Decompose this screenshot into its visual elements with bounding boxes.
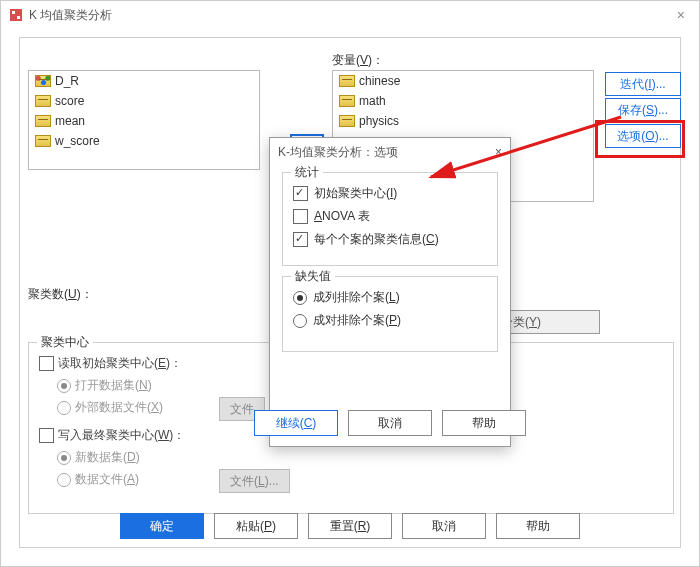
- missing-pairwise-row[interactable]: 成对排除个案(P): [293, 312, 487, 329]
- stat-caseinfo-checkbox[interactable]: [293, 232, 308, 247]
- list-item-label: score: [55, 94, 84, 108]
- app-icon: [9, 8, 23, 22]
- file-button-2: 文件(L)...: [219, 469, 290, 493]
- svg-point-3: [36, 76, 41, 81]
- list-item[interactable]: D_R: [29, 71, 259, 91]
- main-title-text: K 均值聚类分析: [29, 7, 112, 24]
- options-help-button[interactable]: 帮助: [442, 410, 526, 436]
- write-final-row[interactable]: 写入最终聚类中心(W)：: [39, 427, 185, 444]
- list-item[interactable]: physics: [333, 111, 593, 131]
- svg-point-4: [41, 80, 46, 85]
- svg-rect-1: [12, 11, 15, 14]
- source-variable-list[interactable]: D_R score mean w_score: [28, 70, 260, 170]
- root: K 均值聚类分析 × D_R score mean w_score: [0, 0, 700, 567]
- list-item[interactable]: mean: [29, 111, 259, 131]
- nominal-icon: [35, 75, 51, 87]
- data-file-row: 数据文件(A): [57, 471, 139, 488]
- fieldset-legend: 聚类中心: [37, 334, 93, 351]
- options-title-text: K-均值聚类分析：选项: [278, 144, 398, 161]
- data-file-radio: [57, 473, 71, 487]
- write-final-checkbox[interactable]: [39, 428, 54, 443]
- list-item[interactable]: chinese: [333, 71, 593, 91]
- missing-pairwise-radio[interactable]: [293, 314, 307, 328]
- missing-listwise-radio[interactable]: [293, 291, 307, 305]
- stats-legend: 统计: [291, 164, 323, 181]
- scale-icon: [35, 135, 51, 147]
- options-dialog: K-均值聚类分析：选项 × 统计 初始聚类中心(I) ANOVA 表 每个个案的…: [269, 137, 511, 447]
- list-item-label: chinese: [359, 74, 400, 88]
- list-item[interactable]: score: [29, 91, 259, 111]
- stat-initial-checkbox[interactable]: [293, 186, 308, 201]
- missing-fieldset: 缺失值 成列排除个案(L) 成对排除个案(P): [282, 276, 498, 352]
- scale-icon: [35, 115, 51, 127]
- read-initial-row[interactable]: 读取初始聚类中心(E)：: [39, 355, 182, 372]
- list-item-label: D_R: [55, 74, 79, 88]
- scale-icon: [339, 95, 355, 107]
- svg-point-5: [45, 76, 50, 81]
- options-close-button[interactable]: ×: [495, 145, 502, 159]
- list-item-label: physics: [359, 114, 399, 128]
- read-initial-checkbox[interactable]: [39, 356, 54, 371]
- new-dataset-row: 新数据集(D): [57, 449, 140, 466]
- list-item[interactable]: w_score: [29, 131, 259, 151]
- cancel-button[interactable]: 取消: [402, 513, 486, 539]
- cluster-count-label: 聚类数(U)：: [28, 286, 93, 303]
- main-close-button[interactable]: ×: [671, 7, 691, 23]
- svg-rect-2: [17, 16, 20, 19]
- stat-initial-row[interactable]: 初始聚类中心(I): [293, 185, 487, 202]
- external-file-row: 外部数据文件(X): [57, 399, 163, 416]
- options-bottom-bar: 继续(C) 取消 帮助: [270, 410, 510, 436]
- new-dataset-radio: [57, 451, 71, 465]
- stats-fieldset: 统计 初始聚类中心(I) ANOVA 表 每个个案的聚类信息(C): [282, 172, 498, 266]
- stat-anova-checkbox[interactable]: [293, 209, 308, 224]
- ok-button[interactable]: 确定: [120, 513, 204, 539]
- reset-button[interactable]: 重置(R): [308, 513, 392, 539]
- missing-listwise-row[interactable]: 成列排除个案(L): [293, 289, 487, 306]
- list-item-label: math: [359, 94, 386, 108]
- iterate-button[interactable]: 迭代(I)...: [605, 72, 681, 96]
- list-item[interactable]: math: [333, 91, 593, 111]
- file-button-1-label: 文件: [230, 401, 254, 418]
- list-item-label: w_score: [55, 134, 100, 148]
- list-item-label: mean: [55, 114, 85, 128]
- svg-rect-0: [10, 9, 22, 21]
- stat-caseinfo-row[interactable]: 每个个案的聚类信息(C): [293, 231, 487, 248]
- options-cancel-button[interactable]: 取消: [348, 410, 432, 436]
- paste-button[interactable]: 粘贴(P): [214, 513, 298, 539]
- scale-icon: [339, 115, 355, 127]
- variables-label: 变量(V)：: [332, 52, 384, 69]
- help-button[interactable]: 帮助: [496, 513, 580, 539]
- save-button[interactable]: 保存(S)...: [605, 98, 681, 122]
- open-dataset-row: 打开数据集(N): [57, 377, 152, 394]
- options-titlebar: K-均值聚类分析：选项 ×: [270, 138, 510, 166]
- main-titlebar: K 均值聚类分析 ×: [1, 1, 699, 29]
- missing-legend: 缺失值: [291, 268, 335, 285]
- stat-anova-row[interactable]: ANOVA 表: [293, 208, 487, 225]
- options-button[interactable]: 选项(O)...: [605, 124, 681, 148]
- scale-icon: [35, 95, 51, 107]
- continue-button[interactable]: 继续(C): [254, 410, 338, 436]
- bottom-button-bar: 确定 粘贴(P) 重置(R) 取消 帮助: [20, 513, 680, 539]
- open-dataset-radio: [57, 379, 71, 393]
- scale-icon: [339, 75, 355, 87]
- external-file-radio: [57, 401, 71, 415]
